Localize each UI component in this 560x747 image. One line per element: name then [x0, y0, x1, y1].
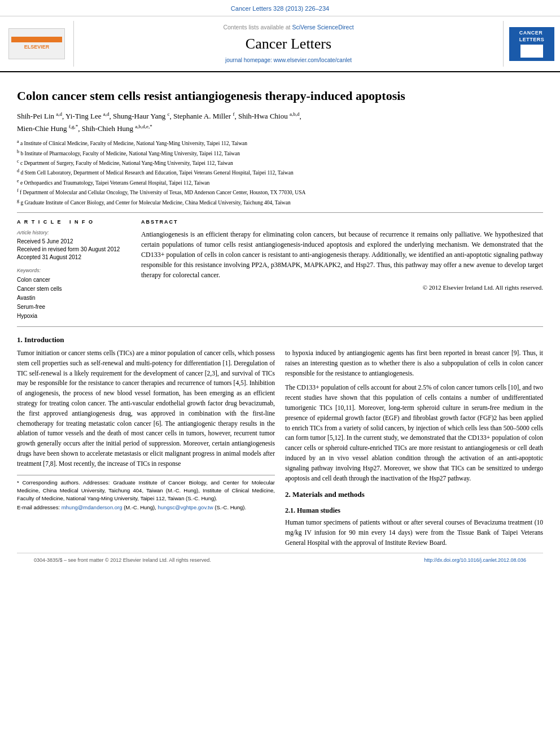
kw-4: Serum-free — [17, 303, 130, 312]
article-title: Colon cancer stem cells resist antiangio… — [17, 88, 543, 104]
journal-ref: Cancer Letters 328 (2013) 226–234 — [231, 5, 329, 12]
journal-title: Cancer Letters — [80, 34, 497, 54]
authors: Shih-Pei Lin a,d, Yi-Ting Lee a,d, Shung… — [17, 110, 543, 135]
cancer-letters-logo: CANCERLETTERS — [509, 27, 554, 61]
cl-logo-label: CANCERLETTERS — [519, 29, 545, 43]
article-info-label: A R T I C L E I N F O — [17, 219, 130, 226]
sciverse-name[interactable]: SciVerse ScienceDirect — [292, 24, 353, 30]
kw-1: Colon cancer — [17, 276, 130, 285]
kw-5: Hypoxia — [17, 312, 130, 321]
received-date: Received 5 June 2012 — [17, 238, 130, 246]
divider-2 — [17, 326, 543, 327]
section2-text: Human tumor specimens of patients withou… — [285, 518, 543, 548]
revised-date: Received in revised form 30 August 2012 — [17, 246, 130, 254]
footnotes: * Corresponding authors. Addresses: Grad… — [17, 475, 275, 512]
journal-title-area: Contents lists available at SciVerse Sci… — [73, 21, 504, 67]
email-link-1[interactable]: mhung@mdanderson.org — [62, 504, 123, 510]
body-content: 1. Introduction Tumor initiation or canc… — [17, 335, 543, 553]
affil-g: g g Graduate Institute of Cancer Biology… — [17, 198, 543, 207]
footnote-email: E-mail addresses: mhung@mdanderson.org (… — [17, 504, 275, 512]
affil-a: a a Institute of Clinical Medicine, Facu… — [17, 138, 543, 147]
keywords-label: Keywords: — [17, 267, 130, 274]
section1-heading: 1. Introduction — [17, 335, 543, 345]
footnote-corresponding: * Corresponding authors. Addresses: Grad… — [17, 479, 275, 503]
email-link-2[interactable]: hungsc@vghtpe.gov.tw — [158, 504, 213, 510]
footer-doi[interactable]: http://dx.doi.org/10.1016/j.canlet.2012.… — [424, 557, 526, 564]
affil-f: f f Department of Molecular and Cellular… — [17, 187, 543, 196]
kw-2: Cancer stem cells — [17, 285, 130, 294]
history-label: Article history: — [17, 229, 130, 237]
intro-p1: Tumor initiation or cancer stems cells (… — [17, 348, 275, 469]
footer-issn: 0304-3835/$ – see front matter © 2012 El… — [34, 557, 211, 564]
section2-heading: 2. Materials and methods — [285, 489, 543, 500]
elsevier-logo: ELSEVIER — [8, 28, 65, 59]
affil-b: b b Institute of Pharmacology, Faculty o… — [17, 148, 543, 158]
page: Cancer Letters 328 (2013) 226–234 ELSEVI… — [0, 0, 560, 747]
abstract-text: Antiangiogenesis is an efficient therapy… — [141, 229, 543, 280]
article-info-col: A R T I C L E I N F O Article history: R… — [17, 219, 130, 321]
affil-c: c c Department of Surgery, Faculty of Me… — [17, 158, 543, 167]
article-content: Colon cancer stem cells resist antiangio… — [0, 72, 560, 578]
intro-p2: to hypoxia induced by antiangiogenic age… — [285, 348, 543, 378]
article-history: Article history: Received 5 June 2012 Re… — [17, 229, 130, 262]
page-footer: 0304-3835/$ – see front matter © 2012 El… — [17, 553, 543, 567]
abstract-label: ABSTRACT — [141, 219, 543, 226]
elsevier-logo-area: ELSEVIER — [0, 21, 73, 67]
body-col-right: to hypoxia induced by antiangiogenic age… — [285, 348, 543, 553]
affil-e: e e Orthopaedics and Traumatology, Taipe… — [17, 178, 543, 187]
divider-1 — [17, 212, 543, 213]
journal-header: ELSEVIER Contents lists available at Sci… — [0, 16, 560, 72]
homepage-url[interactable]: www.elsevier.com/locate/canlet — [274, 57, 352, 63]
section2-sub-heading: 2.1. Human studies — [285, 505, 543, 516]
abstract-col: ABSTRACT Antiangiogenesis is an efficien… — [141, 219, 543, 321]
cl-logo-image — [520, 45, 543, 58]
authors-text-2: Mien-Chie Hung f,g,*, Shih-Chieh Hung a,… — [17, 124, 152, 133]
intro-p3: The CD133+ population of cells account f… — [285, 383, 543, 483]
body-col-left: Tumor initiation or cancer stems cells (… — [17, 348, 275, 553]
accepted-date: Accepted 31 August 2012 — [17, 254, 130, 261]
footnote-email-sc-label: (S.-C. Hung). — [215, 504, 246, 510]
footnote-email-hung-label: (M.-C. Hung), — [124, 504, 158, 510]
article-info-abstract: A R T I C L E I N F O Article history: R… — [17, 219, 543, 321]
homepage-label: journal homepage: — [225, 57, 272, 63]
affil-d: d d Stem Cell Laboratory, Department of … — [17, 168, 543, 177]
cancer-letters-logo-area: CANCERLETTERS — [504, 21, 560, 67]
footnote-email-label: E-mail addresses: — [17, 504, 62, 510]
logo-bar — [11, 37, 62, 42]
body-columns: Tumor initiation or cancer stems cells (… — [17, 348, 543, 553]
top-bar: Cancer Letters 328 (2013) 226–234 — [0, 0, 560, 16]
sciverse-link: Contents lists available at SciVerse Sci… — [80, 23, 497, 32]
keywords-group: Keywords: Colon cancer Cancer stem cells… — [17, 267, 130, 321]
authors-text: Shih-Pei Lin a,d, Yi-Ting Lee a,d, Shung… — [17, 112, 301, 120]
elsevier-label: ELSEVIER — [24, 43, 50, 51]
copyright: © 2012 Elsevier Ireland Ltd. All rights … — [141, 283, 543, 292]
affiliations: a a Institute of Clinical Medicine, Facu… — [17, 138, 543, 207]
journal-homepage: journal homepage: www.elsevier.com/locat… — [80, 56, 497, 64]
kw-3: Avastin — [17, 294, 130, 303]
